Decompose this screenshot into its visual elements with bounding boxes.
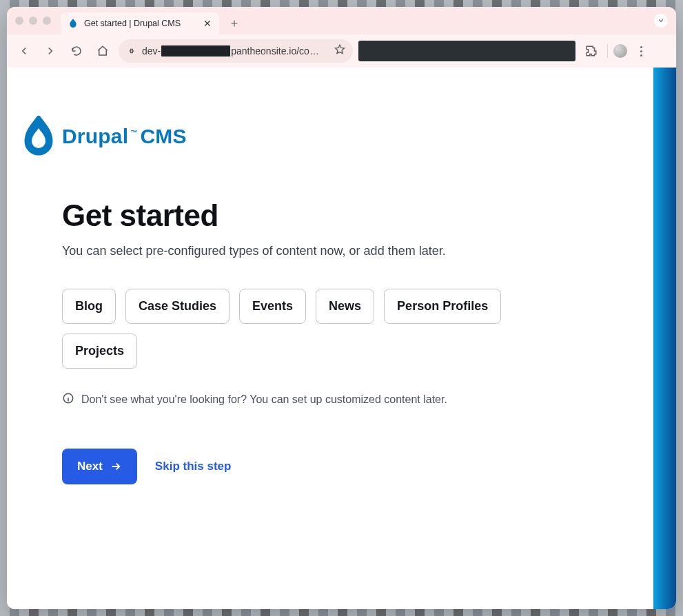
tabs-dropdown-button[interactable]	[654, 14, 668, 28]
browser-window: Get started | Drupal CMS ✕ dev-pantheons…	[7, 7, 676, 609]
chip-person-profiles[interactable]: Person Profiles	[384, 289, 501, 324]
tab-title: Get started | Drupal CMS	[84, 19, 197, 28]
decorative-blue-edge	[653, 68, 676, 609]
hint-text: Don't see what you're looking for? You c…	[81, 393, 447, 406]
window-controls	[12, 7, 55, 34]
reload-button[interactable]	[66, 41, 87, 61]
chip-news[interactable]: News	[316, 289, 374, 324]
browser-toolbar: dev-pantheonsite.io/co…	[7, 34, 676, 68]
content-type-chips: Blog Case Studies Events News Person Pro…	[62, 289, 572, 369]
brand-word-cms: CMS	[140, 125, 186, 148]
tab-strip: Get started | Drupal CMS ✕	[7, 7, 676, 34]
toolbar-separator	[607, 44, 608, 58]
drupal-favicon-icon	[68, 18, 79, 29]
page-content: Drupal™CMS Get started You can select pr…	[7, 68, 653, 609]
chip-case-studies[interactable]: Case Studies	[125, 289, 230, 324]
window-minimize-dot[interactable]	[29, 17, 37, 25]
url-suffix: pantheonsite.io/co…	[231, 45, 319, 57]
home-button[interactable]	[92, 41, 113, 61]
extensions-icon[interactable]	[581, 41, 602, 61]
brand-word-drupal: Drupal	[62, 125, 128, 148]
brand-logo: Drupal™CMS	[7, 68, 653, 157]
chip-blog[interactable]: Blog	[62, 289, 116, 324]
page-subtitle: You can select pre-configured types of c…	[62, 244, 572, 258]
page-title: Get started	[62, 198, 572, 233]
close-tab-icon[interactable]: ✕	[203, 19, 212, 28]
bookmark-star-icon[interactable]	[334, 43, 346, 59]
hint-row: Don't see what you're looking for? You c…	[62, 392, 572, 407]
back-button[interactable]	[14, 41, 34, 61]
forward-button[interactable]	[40, 41, 61, 61]
url-redacted	[161, 45, 230, 57]
site-info-icon[interactable]	[125, 45, 138, 57]
arrow-right-icon	[110, 460, 122, 473]
brand-wordmark: Drupal™CMS	[62, 125, 187, 148]
url-prefix: dev-	[142, 45, 161, 57]
next-button[interactable]: Next	[62, 449, 137, 484]
browser-menu-button[interactable]	[633, 46, 649, 57]
url-text: dev-pantheonsite.io/co…	[142, 45, 319, 57]
chip-events[interactable]: Events	[239, 289, 306, 324]
brand-trademark: ™	[130, 129, 137, 136]
page-viewport: Drupal™CMS Get started You can select pr…	[7, 68, 676, 609]
info-icon	[62, 392, 74, 407]
chip-projects[interactable]: Projects	[62, 333, 137, 369]
address-bar[interactable]: dev-pantheonsite.io/co…	[119, 39, 353, 63]
window-zoom-dot[interactable]	[43, 17, 51, 25]
action-row: Next Skip this step	[62, 449, 572, 484]
browser-tab[interactable]: Get started | Drupal CMS ✕	[61, 12, 219, 34]
new-tab-button[interactable]	[225, 14, 244, 33]
main-content: Get started You can select pre-configure…	[7, 157, 572, 484]
profile-avatar[interactable]	[613, 44, 627, 58]
next-button-label: Next	[77, 460, 103, 473]
skip-link[interactable]: Skip this step	[155, 460, 232, 473]
window-close-dot[interactable]	[15, 17, 23, 25]
secondary-bar-redacted	[358, 41, 575, 61]
drupal-drop-icon	[22, 116, 55, 157]
